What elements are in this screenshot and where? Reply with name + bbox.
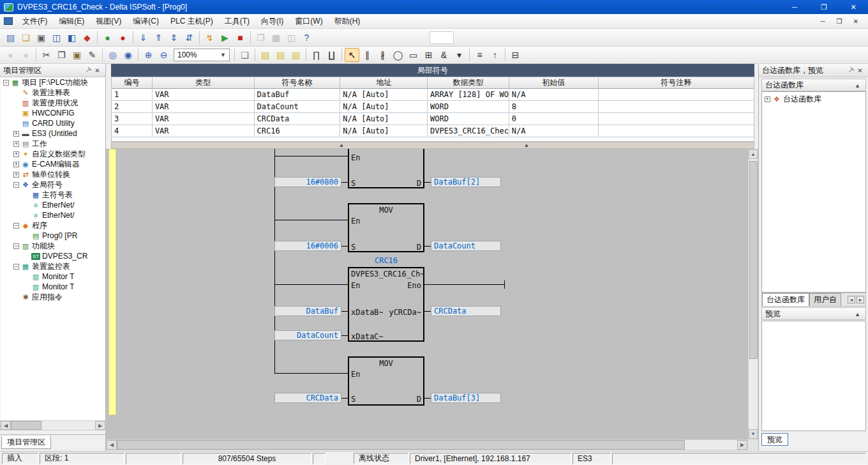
tree-item[interactable]: +◉E-CAM编辑器: [1, 159, 105, 169]
symbol-cell[interactable]: WORD: [428, 101, 509, 113]
collapse-icon[interactable]: −: [13, 182, 19, 188]
maximize-button[interactable]: ❐: [809, 0, 839, 14]
window-split-icon[interactable]: ◧: [64, 31, 79, 45]
tab-scroll-left-icon[interactable]: ◂: [848, 296, 855, 303]
sync-icon[interactable]: ⇵: [182, 31, 197, 45]
zoom-out-icon[interactable]: ⊖: [156, 48, 171, 62]
operand-output[interactable]: DataBuf[2]: [431, 177, 501, 187]
collapse-up-icon[interactable]: ▴: [853, 309, 862, 319]
symbol-col-header[interactable]: 符号名称: [255, 77, 341, 89]
network-delete-icon[interactable]: ▤: [288, 48, 303, 62]
comment-mode-icon[interactable]: ❑: [237, 48, 252, 62]
symbol-cell[interactable]: ARRAY [128] OF WORD: [428, 89, 509, 101]
align-tool-icon[interactable]: ≡: [472, 48, 487, 62]
operand-input[interactable]: DataCount: [274, 330, 341, 340]
coil-icon[interactable]: ◯: [391, 48, 405, 62]
network-add-above-icon[interactable]: ▤: [258, 48, 273, 62]
scrollbar-track[interactable]: [41, 421, 95, 430]
stop-plc-icon[interactable]: ■: [233, 31, 248, 45]
operand-output[interactable]: DataBuf[3]: [431, 393, 501, 403]
window-tile-icon[interactable]: ▦: [269, 31, 283, 45]
tree-item[interactable]: ▥装置使用状况: [1, 98, 105, 108]
mdi-restore-button[interactable]: ❐: [831, 15, 848, 27]
operand-input[interactable]: 16#0800: [274, 177, 341, 187]
symbol-cell[interactable]: [599, 113, 754, 125]
tree-item[interactable]: +✦自定义数据类型: [1, 149, 105, 159]
download-icon[interactable]: ⇓: [136, 31, 151, 45]
zoom-combo[interactable]: 100% ▼: [174, 49, 230, 61]
format-brush-icon[interactable]: ✎: [85, 48, 100, 62]
scroll-up-icon[interactable]: ▲: [749, 149, 758, 159]
paste-icon[interactable]: ▣: [70, 48, 84, 62]
symbol-cell[interactable]: 3: [112, 113, 153, 125]
symbol-col-header[interactable]: 数据类型: [428, 77, 509, 89]
menu-item[interactable]: PLC 主机(P): [165, 14, 219, 28]
symbol-cell[interactable]: VAR: [153, 125, 255, 137]
expand-icon[interactable]: +: [13, 131, 19, 137]
minimize-button[interactable]: ─: [780, 0, 809, 14]
operand-input[interactable]: 16#0006: [274, 241, 341, 251]
menu-item[interactable]: 编辑(E): [53, 14, 90, 28]
tool-dropdown-icon[interactable]: ▾: [452, 48, 467, 62]
close-icon[interactable]: ✕: [93, 66, 102, 75]
new-file-icon[interactable]: ▤: [3, 31, 18, 45]
table-ladder-splitter[interactable]: ▲ ▲: [111, 142, 754, 149]
tree-item[interactable]: ▦主符号表: [1, 190, 105, 200]
tree-item[interactable]: +⇄轴单位转换: [1, 169, 105, 179]
collapse-icon[interactable]: −: [13, 223, 19, 229]
tree-item[interactable]: −▦装置监控表: [1, 261, 105, 271]
tab-delta-library[interactable]: 台达函数库: [762, 293, 809, 306]
menu-item[interactable]: 编译(C): [127, 14, 165, 28]
tree-item[interactable]: −▥功能块: [1, 241, 105, 251]
tree-item[interactable]: −▦项目 [F:\PLC功能块: [1, 77, 105, 88]
rising-edge-icon[interactable]: ∏: [309, 48, 324, 62]
online-monitor-icon[interactable]: ↯: [202, 31, 217, 45]
menu-item[interactable]: 工具(T): [219, 14, 255, 28]
close-button[interactable]: ✕: [839, 0, 868, 14]
symbol-cell[interactable]: DataBuf: [255, 89, 341, 101]
applied-instruction-icon[interactable]: ▭: [406, 48, 421, 62]
mov-block-2[interactable]: MOV En S D: [348, 203, 424, 252]
mdi-minimize-button[interactable]: ─: [814, 15, 831, 27]
operand-input[interactable]: DataBuf: [274, 306, 341, 316]
symbol-cell[interactable]: 8: [509, 101, 599, 113]
close-icon[interactable]: ✕: [855, 66, 865, 75]
symbol-cell[interactable]: VAR: [153, 101, 255, 113]
symbol-cell[interactable]: WORD: [428, 113, 509, 125]
copy-icon[interactable]: ❐: [54, 48, 69, 62]
project-tree-hscrollbar[interactable]: ◀ ▶: [0, 420, 106, 431]
symbol-cell[interactable]: 4: [112, 125, 153, 137]
symbol-col-header[interactable]: 编号: [112, 77, 153, 89]
fb-instance-label[interactable]: CRC16: [348, 256, 424, 265]
window-cascade-icon[interactable]: ❐: [253, 31, 268, 45]
select-tool-icon[interactable]: ↖: [345, 48, 359, 62]
contact-nc-icon[interactable]: ∦: [375, 48, 390, 62]
tree-item[interactable]: ≡EtherNet/: [1, 210, 105, 220]
collapse-icon[interactable]: −: [13, 243, 19, 249]
tree-item[interactable]: ✱应用指令: [1, 292, 105, 302]
scrollbar-thumb[interactable]: [11, 421, 41, 430]
expand-icon[interactable]: +: [13, 172, 19, 178]
cut-icon[interactable]: ✂: [39, 48, 54, 62]
symbol-row[interactable]: 4VARCRC16N/A [Auto]DVPES3_CRC16_CheckN/A: [112, 125, 754, 137]
scroll-right-icon[interactable]: ▶: [95, 421, 105, 430]
collapse-up-icon[interactable]: ▴: [853, 80, 862, 90]
help-icon[interactable]: ?: [299, 31, 314, 45]
mov-block-1[interactable]: En S D: [348, 149, 424, 188]
tree-item[interactable]: ▥Monitor T: [1, 282, 105, 292]
collapse-icon[interactable]: −: [13, 264, 19, 270]
tree-item[interactable]: + ❖ 台达函数库: [762, 94, 865, 104]
symbol-cell[interactable]: VAR: [153, 89, 255, 101]
expand-icon[interactable]: +: [13, 141, 19, 147]
tree-item[interactable]: ▤Prog0 [PR: [1, 231, 105, 241]
tree-item[interactable]: ▣HWCONFIG: [1, 108, 105, 118]
symbol-cell[interactable]: N/A [Auto]: [340, 113, 428, 125]
symbol-cell[interactable]: N/A [Auto]: [340, 125, 428, 137]
symbol-cell[interactable]: [599, 89, 754, 101]
collapse-icon[interactable]: −: [3, 80, 9, 86]
menu-item[interactable]: 窗口(W): [289, 14, 328, 28]
ladder-editor[interactable]: En S D 16#0800 DataBuf[2] MOV En S D 16#…: [106, 149, 748, 439]
mov-block-3[interactable]: MOV En S D: [348, 356, 424, 406]
symbol-cell[interactable]: N/A [Auto]: [340, 101, 428, 113]
verify-icon[interactable]: ⇕: [167, 31, 181, 45]
